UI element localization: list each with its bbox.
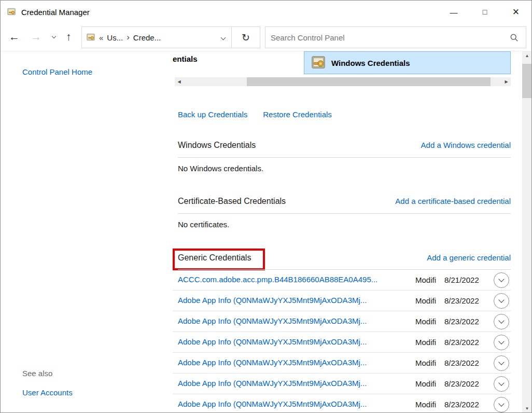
credential-link[interactable]: ACCC.com.adobe.acc.pmp.B44B186660AB88EA0… xyxy=(178,275,377,284)
generic-credentials-section-header: Generic Credentials Add a generic creden… xyxy=(178,253,511,263)
scroll-down-arrow-icon[interactable]: ▼ xyxy=(522,404,532,413)
generic-credentials-section-title: Generic Credentials xyxy=(178,253,251,263)
window-controls: — □ × xyxy=(438,1,531,23)
chevron-down-icon xyxy=(498,318,504,323)
modified-label: Modifi xyxy=(415,296,436,305)
no-windows-credentials-text: No Windows credentials. xyxy=(178,164,263,173)
search-icon[interactable] xyxy=(510,33,519,42)
modified-date: 8/21/2022 xyxy=(444,276,479,284)
modified-date: 8/23/2022 xyxy=(444,400,479,409)
backup-credentials-link[interactable]: Back up Credentials xyxy=(178,110,247,119)
vertical-scrollbar-thumb[interactable] xyxy=(522,64,532,98)
credential-row: Adobe App Info (Q0NMaWJyYXJ5Mnt9MjAxODA3… xyxy=(173,353,511,374)
back-button[interactable]: ← xyxy=(9,30,20,44)
generic-credentials-list: ACCC.com.adobe.acc.pmp.B44B186660AB88EA0… xyxy=(173,270,511,413)
credential-row: Adobe App Info (Q0NMaWJyYXJ5Mnt9MjAxODA3… xyxy=(173,311,511,332)
credential-row: Adobe App Info (Q0NMaWJyYXJ5Mnt9MjAxODA3… xyxy=(173,332,511,353)
modified-label: Modifi xyxy=(415,276,436,284)
refresh-button[interactable]: ↻ xyxy=(232,26,260,48)
scroll-right-arrow-icon[interactable]: ▶ xyxy=(502,77,511,86)
credential-link[interactable]: Adobe App Info (Q0NMaWJyYXJ5Mnt9MjAxODA3… xyxy=(178,400,367,408)
modified-date: 8/23/2022 xyxy=(444,296,479,305)
address-bar[interactable]: « Us... › Crede... xyxy=(81,26,232,48)
chevron-down-icon xyxy=(498,359,504,365)
sidebar-control-panel-home-link[interactable]: Control Panel Home xyxy=(22,67,92,76)
add-windows-credential-link[interactable]: Add a Windows credential xyxy=(421,141,511,149)
expand-credential-button[interactable] xyxy=(494,355,509,371)
modified-date: 8/23/2022 xyxy=(444,317,479,326)
certificate-credentials-section-header: Certificate-Based Credentials Add a cert… xyxy=(178,197,511,206)
forward-button: → xyxy=(31,30,41,44)
credential-row: Adobe App Info (Q0NMaWJyYXJ5Mnt9MjAxODA3… xyxy=(173,394,511,413)
modified-label: Modifi xyxy=(415,359,436,367)
chevron-down-icon xyxy=(498,297,504,302)
section-divider xyxy=(178,213,511,214)
address-dropdown-chevron-icon[interactable] xyxy=(221,35,226,40)
windows-credentials-tab-label: Windows Credentials xyxy=(331,59,410,67)
add-certificate-credential-link[interactable]: Add a certificate-based credential xyxy=(395,197,511,205)
maximize-button[interactable]: □ xyxy=(469,1,500,23)
modified-label: Modifi xyxy=(415,400,436,409)
expand-credential-button[interactable] xyxy=(494,314,509,329)
scroll-up-arrow-icon[interactable]: ▲ xyxy=(522,51,532,60)
minimize-button[interactable]: — xyxy=(438,1,469,23)
credential-link[interactable]: Adobe App Info (Q0NMaWJyYXJ5Mnt9MjAxODA3… xyxy=(178,337,367,346)
credential-link[interactable]: Adobe App Info (Q0NMaWJyYXJ5Mnt9MjAxODA3… xyxy=(178,379,367,388)
scroll-left-arrow-icon[interactable]: ◀ xyxy=(175,77,184,86)
modified-date: 8/23/2022 xyxy=(444,338,479,347)
horizontal-scrollbar[interactable]: ◀ ▶ xyxy=(175,77,511,86)
chevron-down-icon xyxy=(498,401,504,406)
modified-date: 8/23/2022 xyxy=(444,359,479,367)
expand-credential-button[interactable] xyxy=(494,272,509,288)
windows-credentials-section-header: Windows Credentials Add a Windows creden… xyxy=(178,141,511,150)
chevron-down-icon xyxy=(498,380,504,386)
expand-credential-button[interactable] xyxy=(494,397,509,412)
breadcrumb-item-credential-manager[interactable]: Crede... xyxy=(133,33,161,42)
horizontal-scrollbar-thumb[interactable] xyxy=(247,77,491,86)
certificate-credentials-section-title: Certificate-Based Credentials xyxy=(178,197,286,206)
expand-credential-button[interactable] xyxy=(494,335,509,350)
chevron-down-icon xyxy=(498,276,504,282)
add-generic-credential-link[interactable]: Add a generic credential xyxy=(427,253,511,262)
breadcrumb-separator-icon[interactable]: › xyxy=(127,34,130,41)
restore-credentials-link[interactable]: Restore Credentials xyxy=(263,110,332,119)
modified-label: Modifi xyxy=(415,379,436,388)
windows-credentials-vault-icon xyxy=(311,55,326,71)
credential-manager-icon-small xyxy=(86,33,95,42)
search-input[interactable] xyxy=(265,27,510,48)
windows-credentials-selected-tab[interactable]: Windows Credentials xyxy=(304,51,511,74)
credential-actions-row: Back up Credentials Restore Credentials xyxy=(178,110,332,119)
modified-label: Modifi xyxy=(415,338,436,347)
credential-link[interactable]: Adobe App Info (Q0NMaWJyYXJ5Mnt9MjAxODA3… xyxy=(178,296,367,305)
credential-row: ACCC.com.adobe.acc.pmp.B44B186660AB88EA0… xyxy=(173,270,511,291)
no-certificates-text: No certificates. xyxy=(178,220,229,229)
credential-row: Adobe App Info (Q0NMaWJyYXJ5Mnt9MjAxODA3… xyxy=(173,291,511,311)
recent-pages-chevron-icon[interactable] xyxy=(52,34,56,38)
breadcrumb-overflow-icon[interactable]: « xyxy=(99,33,103,42)
titlebar: Credential Manager — □ × xyxy=(1,1,531,23)
modified-date: 8/23/2022 xyxy=(444,379,479,388)
credential-manager-window: Credential Manager — □ × ← → ↑ « Us... xyxy=(0,0,532,413)
modified-label: Modifi xyxy=(415,317,436,326)
expand-credential-button[interactable] xyxy=(494,376,509,392)
credential-row: Adobe App Info (Q0NMaWJyYXJ5Mnt9MjAxODA3… xyxy=(173,374,511,394)
navigation-bar: ← → ↑ « Us... › Crede... ↻ xyxy=(1,23,531,51)
credential-link[interactable]: Adobe App Info (Q0NMaWJyYXJ5Mnt9MjAxODA3… xyxy=(178,316,367,325)
see-also-label: See also xyxy=(22,369,52,378)
chevron-down-icon xyxy=(498,338,504,344)
vertical-scrollbar[interactable]: ▲ ▼ xyxy=(522,51,532,413)
sidebar-user-accounts-link[interactable]: User Accounts xyxy=(22,388,73,397)
windows-credentials-section-title: Windows Credentials xyxy=(178,141,256,150)
expand-credential-button[interactable] xyxy=(494,293,509,309)
credential-manager-icon xyxy=(7,7,16,17)
breadcrumb-item-user-accounts[interactable]: Us... xyxy=(107,33,123,42)
main-content-pane: entials Windows Credentials ◀ ▶ Back up … xyxy=(173,51,511,413)
clipped-tab-text: entials xyxy=(173,54,198,63)
credential-link[interactable]: Adobe App Info (Q0NMaWJyYXJ5Mnt9MjAxODA3… xyxy=(178,358,367,367)
close-button[interactable]: × xyxy=(500,1,531,23)
section-divider xyxy=(178,157,511,158)
window-title: Credential Manager xyxy=(21,8,90,17)
search-box xyxy=(265,26,526,48)
up-button[interactable]: ↑ xyxy=(66,30,72,44)
